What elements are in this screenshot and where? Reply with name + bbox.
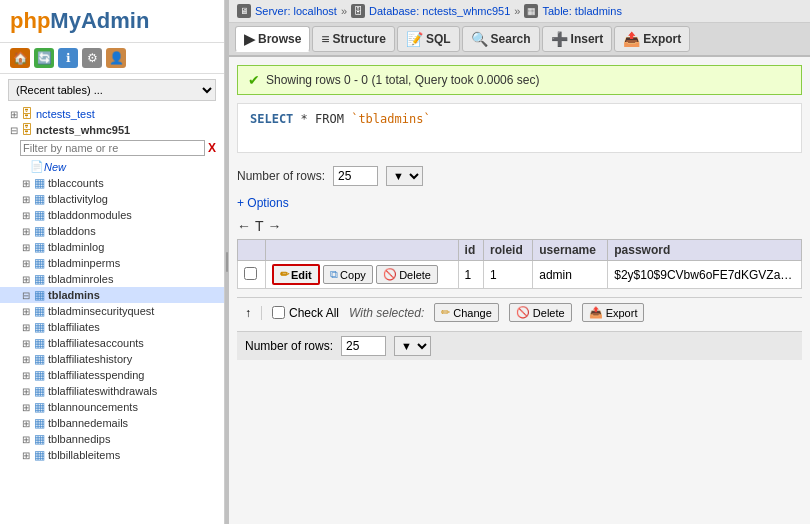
- settings-icon[interactable]: ⚙: [82, 48, 102, 68]
- col-roleid: roleid: [484, 240, 533, 261]
- expand-icon: ⊞: [20, 177, 32, 189]
- rows-input[interactable]: [333, 166, 378, 186]
- info-icon[interactable]: ℹ: [58, 48, 78, 68]
- bottom-rows-label: Number of rows:: [245, 339, 333, 353]
- sidebar-item-tbladdons[interactable]: ⊞ ▦ tbladdons: [0, 223, 224, 239]
- edit-button[interactable]: ✏ Edit: [272, 264, 320, 285]
- sidebar-item-tblaffiliateswithdrawals[interactable]: ⊞ ▦ tblaffiliateswithdrawals: [0, 383, 224, 399]
- sidebar-item-tblbannedips[interactable]: ⊞ ▦ tblbannedips: [0, 431, 224, 447]
- export-selected-button[interactable]: 📤 Export: [582, 303, 645, 322]
- rows-select[interactable]: ▼: [386, 166, 423, 186]
- sql-button[interactable]: 📝 SQL: [397, 26, 460, 52]
- db-dropdown[interactable]: (Recent tables) ...: [8, 79, 216, 101]
- browse-button[interactable]: ▶ Browse: [235, 26, 310, 52]
- sidebar-item-tblbillableitems[interactable]: ⊞ ▦ tblbillableitems: [0, 447, 224, 463]
- expand-icon: ⊟: [20, 289, 32, 301]
- sidebar-item-tblaffiliateshistory[interactable]: ⊞ ▦ tblaffiliateshistory: [0, 351, 224, 367]
- table-icon: ▦: [32, 272, 46, 286]
- db-name-nctests-whmc951: nctests_whmc951: [36, 124, 130, 136]
- table-icon: ▦: [32, 256, 46, 270]
- bottom-action-bar: ↑ Check All With selected: ✏ Change 🚫 De…: [237, 297, 802, 327]
- main-content: 🖥 Server: localhost » 🗄 Database: nctest…: [229, 0, 810, 524]
- expand-icon: ⊞: [20, 193, 32, 205]
- sidebar-item-tblbannedemails[interactable]: ⊞ ▦ tblbannedemails: [0, 415, 224, 431]
- structure-button[interactable]: ≡ Structure: [312, 26, 395, 52]
- table-icon: ▦: [32, 320, 46, 334]
- table-icon: ▦: [32, 448, 46, 462]
- sidebar-item-nctests-whmc951[interactable]: ⊟ 🗄 nctests_whmc951: [0, 122, 224, 138]
- success-text: Showing rows 0 - 0 (1 total, Query took …: [266, 73, 539, 87]
- db-icon: 🗄: [20, 107, 34, 121]
- home-icon[interactable]: 🏠: [10, 48, 30, 68]
- expand-icon: ⊞: [20, 401, 32, 413]
- sidebar-item-tblaffiliatesspending[interactable]: ⊞ ▦ tblaffiliatesspending: [0, 367, 224, 383]
- export-button[interactable]: 📤 Export: [614, 26, 690, 52]
- expand-icon-whmc: ⊟: [8, 124, 20, 136]
- table-icon: ▦: [32, 304, 46, 318]
- divider: [261, 306, 262, 320]
- nav-left-arrow[interactable]: ←: [237, 218, 251, 234]
- sidebar-item-tbladminperms[interactable]: ⊞ ▦ tbladminperms: [0, 255, 224, 271]
- insert-button[interactable]: ➕ Insert: [542, 26, 613, 52]
- insert-icon: ➕: [551, 31, 568, 47]
- sidebar-item-tblaffiliates[interactable]: ⊞ ▦ tblaffiliates: [0, 319, 224, 335]
- browse-label: Browse: [258, 32, 301, 46]
- recent-tables-select[interactable]: (Recent tables) ...: [8, 79, 216, 101]
- table-icon: ▦: [32, 384, 46, 398]
- success-icon: ✔: [248, 72, 260, 88]
- delete-selected-button[interactable]: 🚫 Delete: [509, 303, 572, 322]
- breadcrumb-table[interactable]: Table: tbladmins: [542, 5, 622, 17]
- options-link[interactable]: + Options: [237, 196, 802, 210]
- sidebar-item-tbladdonmodules[interactable]: ⊞ ▦ tbladdonmodules: [0, 207, 224, 223]
- new-table-button[interactable]: 📄 New: [0, 158, 224, 175]
- sidebar-item-tbladminsecurityquest[interactable]: ⊞ ▦ tbladminsecurityquest: [0, 303, 224, 319]
- breadcrumb-server[interactable]: Server: localhost: [255, 5, 337, 17]
- sql-select-keyword: SELECT: [250, 112, 293, 126]
- server-icon: 🖥: [237, 4, 251, 18]
- filter-input[interactable]: [20, 140, 205, 156]
- table-icon: ▦: [32, 432, 46, 446]
- new-icon: 📄: [30, 160, 44, 173]
- table-icon: ▦: [32, 208, 46, 222]
- row-username: admin: [533, 261, 608, 289]
- rows-label: Number of rows:: [237, 169, 325, 183]
- breadcrumb-database[interactable]: Database: nctests_whmc951: [369, 5, 510, 17]
- expand-icon: ⊞: [20, 209, 32, 221]
- expand-icon: ⊞: [20, 337, 32, 349]
- sidebar-item-tbladminroles[interactable]: ⊞ ▦ tbladminroles: [0, 271, 224, 287]
- sidebar-item-tblactivitylog[interactable]: ⊞ ▦ tblactivitylog: [0, 191, 224, 207]
- sidebar-item-tbladmins[interactable]: ⊟ ▦ tbladmins: [0, 287, 224, 303]
- success-message: ✔ Showing rows 0 - 0 (1 total, Query too…: [237, 65, 802, 95]
- delete-sel-icon: 🚫: [516, 306, 530, 319]
- expand-icon: ⊞: [20, 225, 32, 237]
- copy-icon: ⧉: [330, 268, 338, 281]
- table-name: tblbannedips: [48, 433, 110, 445]
- sidebar-item-tblaffiliatesaccounts[interactable]: ⊞ ▦ tblaffiliatesaccounts: [0, 335, 224, 351]
- check-all-container: Check All: [272, 306, 339, 320]
- sidebar-item-nctests-test[interactable]: ⊞ 🗄 nctests_test: [0, 106, 224, 122]
- nav-separator: T: [255, 218, 264, 234]
- copy-button[interactable]: ⧉ Copy: [323, 265, 373, 284]
- delete-button[interactable]: 🚫 Delete: [376, 265, 438, 284]
- search-button[interactable]: 🔍 Search: [462, 26, 540, 52]
- reload-icon[interactable]: 🔄: [34, 48, 54, 68]
- table-name: tblaffiliateswithdrawals: [48, 385, 157, 397]
- change-button[interactable]: ✏ Change: [434, 303, 499, 322]
- filter-clear-button[interactable]: X: [208, 141, 216, 155]
- bottom-rows-select[interactable]: ▼: [394, 336, 431, 356]
- nav-right-arrow[interactable]: →: [268, 218, 282, 234]
- search-icon: 🔍: [471, 31, 488, 47]
- user-icon[interactable]: 👤: [106, 48, 126, 68]
- row-checkbox[interactable]: [244, 267, 257, 280]
- col-checkbox: [238, 240, 266, 261]
- sidebar-item-tblaccounts[interactable]: ⊞ ▦ tblaccounts: [0, 175, 224, 191]
- sidebar-item-tbladminlog[interactable]: ⊞ ▦ tbladminlog: [0, 239, 224, 255]
- check-all-checkbox[interactable]: [272, 306, 285, 319]
- bottom-rows-input[interactable]: [341, 336, 386, 356]
- toolbar: ▶ Browse ≡ Structure 📝 SQL 🔍 Search ➕ In…: [229, 23, 810, 57]
- sidebar-tree: ⊞ 🗄 nctests_test ⊟ 🗄 nctests_whmc951 X 📄…: [0, 106, 224, 524]
- delete-label: Delete: [399, 269, 431, 281]
- table-name: tblaffiliatesaccounts: [48, 337, 144, 349]
- row-checkbox-cell: [238, 261, 266, 289]
- sidebar-item-tblannouncements[interactable]: ⊞ ▦ tblannouncements: [0, 399, 224, 415]
